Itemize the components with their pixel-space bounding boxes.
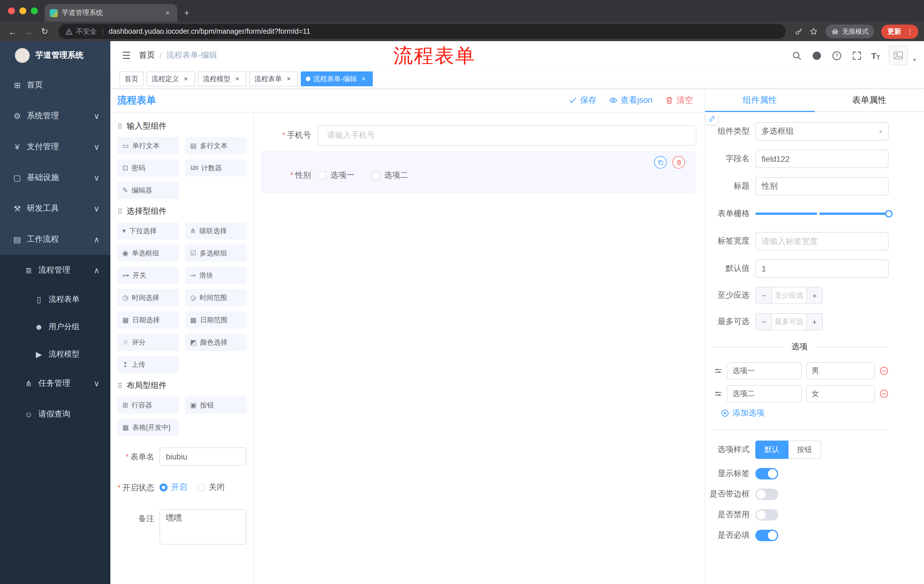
address-bar[interactable]: 不安全 | dashboard.yudao.iocoder.cn/bpm/man… [58, 24, 785, 39]
default-value-input[interactable] [755, 260, 889, 278]
gender-option-1-checkbox[interactable]: 选项一 [318, 170, 355, 181]
label-width-input[interactable] [755, 232, 889, 250]
field-name-input[interactable] [755, 150, 889, 168]
hamburger-icon[interactable]: ☰ [118, 48, 134, 63]
sidebar-item-task-management[interactable]: ⋔ 任务管理 ∨ [0, 368, 111, 399]
border-switch[interactable] [755, 489, 778, 500]
palette-item-rate[interactable]: ☆评分 [117, 334, 179, 351]
browser-tab[interactable]: 芋道管理系统 × [45, 4, 177, 22]
title-input[interactable] [755, 177, 889, 196]
add-option-button[interactable]: 添加选项 [721, 408, 889, 418]
reload-icon[interactable]: ↻ [38, 25, 51, 38]
palette-item-radio-group[interactable]: ◉单选框组 [117, 245, 179, 262]
avatar[interactable] [889, 46, 908, 65]
sidebar-item-leave-query[interactable]: ☺ 请假查询 [0, 399, 111, 430]
security-label[interactable]: 不安全 [76, 26, 97, 36]
palette-item-date-range[interactable]: ▩日期范围 [185, 311, 246, 329]
save-button[interactable]: 保存 [569, 95, 597, 106]
forward-icon[interactable]: → [22, 25, 35, 38]
sidebar-item-process-management[interactable]: ≣ 流程管理 ∧ [0, 255, 111, 286]
sidebar-item-payment[interactable]: ¥ 支付管理 ∨ [0, 132, 111, 162]
phone-input[interactable]: 请输入手机号 [318, 125, 696, 146]
tag-process-form[interactable]: 流程表单 × [249, 71, 298, 86]
palette-item-time-range[interactable]: ◶时间范围 [185, 289, 246, 306]
browser-menu-icon[interactable]: ⋮ [904, 27, 916, 36]
palette-item-password[interactable]: ⊡密码 [117, 160, 179, 176]
palette-item-row-container[interactable]: ⊞行容器 [117, 396, 179, 414]
sidebar-item-workflow[interactable]: ▤ 工作流程 ∧ [0, 224, 111, 255]
decrease-button[interactable]: − [756, 288, 772, 303]
decrease-button[interactable]: − [756, 314, 772, 330]
close-window-button[interactable] [8, 7, 15, 14]
tab-component-props[interactable]: 组件属性 [705, 89, 815, 112]
min-select-value[interactable]: 至少应选 [772, 288, 806, 303]
show-label-switch[interactable] [755, 468, 778, 479]
sidebar-item-home[interactable]: ⊞ 首页 [0, 70, 111, 100]
palette-item-single-line-text[interactable]: ▭单行文本 [117, 137, 179, 154]
grid-slider[interactable] [755, 204, 889, 223]
phone-field-row[interactable]: 手机号 请输入手机号 [261, 125, 696, 146]
option-2-value-input[interactable]: 女 [806, 385, 875, 402]
new-tab-button[interactable]: + [184, 8, 190, 18]
bookmark-star-icon[interactable] [807, 25, 820, 38]
status-on-radio[interactable]: 开启 [160, 482, 187, 493]
sidebar-item-process-form[interactable]: ▯ 流程表单 [0, 286, 111, 313]
remove-option-icon[interactable] [879, 389, 889, 398]
tag-process-form-edit[interactable]: 流程表单-编辑 × [301, 71, 373, 86]
tag-home[interactable]: 首页 [119, 71, 144, 86]
close-icon[interactable]: × [360, 75, 368, 83]
caret-down-icon[interactable]: ▾ [913, 57, 916, 65]
close-icon[interactable]: × [233, 75, 241, 83]
max-select-value[interactable]: 最多可选 [772, 314, 806, 330]
browser-update-button[interactable]: 更新 ⋮ [881, 24, 918, 39]
delete-component-button[interactable] [672, 156, 685, 169]
help-icon[interactable]: ? [831, 50, 843, 61]
palette-item-counter[interactable]: 123计数器 [185, 160, 246, 176]
increase-button[interactable]: + [806, 314, 822, 330]
palette-item-color-picker[interactable]: ◩颜色选择 [185, 334, 246, 351]
sidebar-item-user-group[interactable]: ☻ 用户分组 [0, 313, 111, 341]
palette-item-select[interactable]: ▾下拉选择 [117, 222, 179, 239]
palette-item-multi-line-text[interactable]: ▤多行文本 [185, 137, 246, 154]
drag-handle-icon[interactable] [714, 390, 722, 398]
palette-item-cascader[interactable]: ⋔级联选择 [185, 222, 246, 239]
copy-component-button[interactable] [654, 156, 667, 169]
palette-item-time-picker[interactable]: ◷时间选择 [117, 289, 179, 306]
search-icon[interactable] [791, 50, 802, 61]
option-1-name-input[interactable]: 选项一 [727, 362, 801, 380]
url-text[interactable]: dashboard.yudao.iocoder.cn/bpm/manager/f… [109, 28, 310, 35]
component-type-select[interactable]: 多选框组 ▾ [755, 122, 889, 141]
data-bind-link-icon[interactable] [706, 113, 718, 125]
close-tab-icon[interactable]: × [163, 8, 172, 17]
password-key-icon[interactable] [792, 25, 805, 38]
palette-item-checkbox-group[interactable]: ☑多选框组 [185, 245, 246, 262]
disabled-switch[interactable] [755, 509, 778, 521]
palette-item-table[interactable]: ▦表格[开发中] [117, 419, 179, 436]
font-size-icon[interactable]: TT [871, 51, 880, 60]
required-switch[interactable] [755, 530, 778, 541]
tag-process-model[interactable]: 流程模型 × [198, 71, 246, 86]
option-2-name-input[interactable]: 选项二 [727, 385, 801, 402]
palette-item-editor[interactable]: ✎编辑器 [117, 182, 179, 199]
form-remark-textarea[interactable]: 嘿嘿 [160, 509, 246, 545]
close-icon[interactable]: × [285, 75, 293, 83]
breadcrumb-home[interactable]: 首页 [139, 50, 155, 61]
remove-option-icon[interactable] [879, 366, 889, 375]
fullscreen-icon[interactable] [851, 50, 863, 61]
minimize-window-button[interactable] [20, 7, 26, 14]
view-json-button[interactable]: 查看json [609, 95, 652, 106]
slider-handle[interactable] [885, 210, 893, 217]
clear-button[interactable]: 清空 [665, 95, 693, 106]
gender-field-selected-item[interactable]: 性别 选项一 选项二 [261, 151, 696, 193]
palette-item-upload[interactable]: ↥上传 [117, 356, 179, 373]
tag-process-definition[interactable]: 流程定义 × [146, 71, 195, 86]
status-off-radio[interactable]: 关闭 [197, 482, 225, 493]
option-1-value-input[interactable]: 男 [806, 362, 875, 380]
palette-item-switch[interactable]: ⊶开关 [117, 267, 179, 284]
app-logo[interactable]: 芋道管理系统 [0, 41, 111, 70]
sidebar-item-infra[interactable]: ▢ 基础设施 ∨ [0, 162, 111, 193]
form-canvas[interactable]: 手机号 请输入手机号 [253, 113, 705, 584]
tab-form-props[interactable]: 表单属性 [815, 89, 924, 112]
style-button-button[interactable]: 按钮 [789, 441, 821, 459]
palette-item-date-picker[interactable]: ▦日期选择 [117, 311, 179, 329]
